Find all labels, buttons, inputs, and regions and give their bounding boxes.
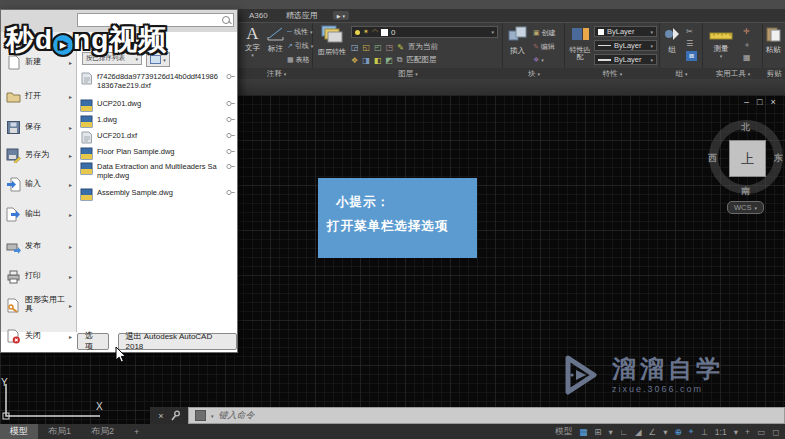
lineweight-select[interactable]: ByLayer ▾ bbox=[594, 54, 657, 65]
pin-icon[interactable] bbox=[226, 99, 236, 108]
layer-tool-icon[interactable]: ◱ bbox=[363, 43, 371, 52]
layer-tool-icon[interactable]: ◩ bbox=[385, 56, 393, 65]
linear-button[interactable]: ─ 线性 ▾ bbox=[287, 27, 313, 37]
layer-tool-icon[interactable]: ◰ bbox=[374, 43, 382, 52]
create-block-button[interactable]: ▣ 创建 bbox=[533, 28, 556, 38]
close-icon[interactable]: × bbox=[158, 411, 163, 421]
osnap-toggle-icon[interactable]: ⊕ bbox=[675, 427, 682, 437]
tab-model[interactable]: 模型 bbox=[0, 424, 38, 439]
text-tool-button[interactable]: A 文字 ▾ bbox=[245, 24, 260, 58]
viewcube-top-face[interactable]: 上 bbox=[729, 140, 766, 177]
layer-properties-button[interactable]: 图层特性 bbox=[317, 25, 347, 55]
edit-block-button[interactable]: ✎ 编辑 bbox=[533, 42, 556, 52]
dimension-tool-button[interactable]: 标注 bbox=[267, 26, 284, 53]
menu-item-save[interactable]: 保存▸ bbox=[1, 113, 75, 141]
command-input[interactable]: ▾ 键入命令 bbox=[188, 407, 785, 424]
pin-icon[interactable] bbox=[226, 188, 236, 197]
customize-wrench-icon[interactable] bbox=[170, 410, 180, 421]
viewcube-north[interactable]: 北 bbox=[741, 121, 750, 134]
add-layout-button[interactable]: + bbox=[124, 424, 149, 439]
viewcube-west[interactable]: 西 bbox=[708, 152, 717, 165]
panel-label-annotate[interactable]: 注释 ▾ bbox=[240, 69, 313, 79]
panel-label-block[interactable]: 块 ▾ bbox=[503, 69, 565, 79]
lineweight-toggle-icon[interactable]: ⊥ bbox=[700, 427, 707, 437]
tab-layout2[interactable]: 布局2 bbox=[81, 424, 124, 439]
group-toggle-icon[interactable]: ⧈ bbox=[686, 51, 697, 61]
measure-button[interactable]: 测量 ▾ bbox=[709, 27, 733, 59]
panel-label-layers[interactable]: 图层 ▾ bbox=[313, 69, 503, 79]
restore-icon[interactable]: □ bbox=[757, 97, 762, 107]
menu-item-open[interactable]: 打开▸ bbox=[1, 82, 75, 110]
group-edit-icon[interactable]: ☰ bbox=[686, 39, 697, 48]
workspace-icon[interactable]: + bbox=[745, 427, 750, 437]
layer-tool-icon[interactable]: ◧ bbox=[374, 56, 382, 65]
viewcube-east[interactable]: 东 bbox=[774, 152, 783, 165]
recent-file-row[interactable]: UCF201.dxf bbox=[80, 131, 236, 144]
wcs-dropdown[interactable]: WCS ▾ bbox=[727, 201, 764, 214]
minimize-icon[interactable]: – bbox=[744, 97, 749, 107]
chevron-down-icon[interactable]: ▾ bbox=[608, 427, 612, 437]
id-point-icon[interactable]: ＋ bbox=[743, 39, 751, 50]
panel-label-utilities[interactable]: 实用工具 ▾ bbox=[703, 69, 763, 79]
paste-button[interactable]: 粘贴 bbox=[765, 26, 781, 54]
options-button[interactable]: 选项 bbox=[77, 333, 109, 350]
recent-file-row[interactable]: 1.dwg bbox=[80, 115, 236, 128]
recent-file-row[interactable]: f7426d8da97739126d14b0ddf4198618367ae219… bbox=[80, 72, 236, 90]
video-button[interactable]: ▶ ▾ bbox=[333, 11, 349, 20]
isodraft-icon[interactable]: ∠ bbox=[649, 427, 657, 437]
fullscreen-icon[interactable]: ◻ bbox=[772, 427, 779, 437]
color-select[interactable]: ByLayer ▾ bbox=[594, 26, 657, 37]
tab-featured-apps[interactable]: 精选应用 bbox=[277, 10, 327, 21]
chevron-down-icon[interactable]: ▾ bbox=[663, 427, 667, 437]
polar-toggle-icon[interactable]: ◢ bbox=[635, 427, 642, 437]
tab-a360[interactable]: A360 bbox=[240, 11, 277, 20]
tab-layout1[interactable]: 布局1 bbox=[38, 424, 81, 439]
pin-icon[interactable] bbox=[226, 115, 236, 124]
grid-toggle-icon[interactable]: ▦ bbox=[579, 427, 587, 437]
ortho-toggle-icon[interactable]: ∟ bbox=[620, 427, 628, 437]
quick-select-icon[interactable]: ✛ bbox=[743, 27, 751, 36]
leader-button[interactable]: ↗ 引线 ▾ bbox=[287, 41, 313, 51]
pin-icon[interactable] bbox=[226, 72, 236, 81]
isolate-icon[interactable]: ▭ bbox=[757, 427, 765, 437]
layer-tool-icon[interactable]: ◨ bbox=[362, 56, 370, 65]
match-properties-button[interactable]: 特性匹配 bbox=[567, 26, 593, 61]
block-more-icon[interactable]: ❖ ▾ bbox=[533, 56, 556, 64]
table-button[interactable]: ▦ 表格 bbox=[287, 55, 313, 65]
layer-select[interactable]: ✶ ◠ 0 ▾ bbox=[351, 26, 498, 38]
menu-item-publish[interactable]: 发布▸ bbox=[1, 232, 75, 260]
panel-label-group[interactable]: 组 ▾ bbox=[660, 69, 703, 79]
menu-item-import[interactable]: 输入▸ bbox=[1, 170, 75, 198]
menu-item-print[interactable]: 打印▸ bbox=[1, 262, 75, 290]
menu-item-drawing-utilities[interactable]: 图形实用工具▸ bbox=[1, 290, 75, 320]
panel-label-properties[interactable]: 特性 ▾ bbox=[565, 69, 660, 79]
calculator-icon[interactable]: ▦ bbox=[743, 53, 751, 62]
model-space-toggle[interactable]: 模型 bbox=[555, 426, 572, 438]
match-layer-button[interactable]: 匹配图层 bbox=[407, 55, 437, 65]
make-current-button[interactable]: 置为当前 bbox=[408, 42, 438, 52]
annotation-scale[interactable]: 1:1 bbox=[715, 427, 727, 437]
recent-file-row[interactable]: UCP201.dwg bbox=[80, 99, 236, 112]
linetype-select[interactable]: ByLayer ▾ bbox=[594, 40, 657, 51]
layer-tool-icon[interactable]: ◳ bbox=[386, 43, 394, 52]
layer-tool-icon[interactable]: ◲ bbox=[351, 43, 359, 52]
tracking-toggle-icon[interactable]: ⌖ bbox=[689, 426, 694, 437]
insert-button[interactable]: 插入 bbox=[507, 25, 528, 55]
menu-item-export[interactable]: 输出▸ bbox=[1, 200, 75, 228]
layer-tool-icon[interactable]: ❖ bbox=[351, 56, 358, 65]
pin-icon[interactable] bbox=[226, 147, 236, 156]
chevron-down-icon[interactable]: ▾ bbox=[734, 427, 738, 437]
close-icon[interactable]: × bbox=[770, 97, 775, 107]
pin-icon[interactable] bbox=[226, 131, 236, 140]
command-options-icon[interactable] bbox=[195, 410, 206, 421]
menu-item-save-as[interactable]: 另存为▸ bbox=[1, 141, 75, 169]
exit-button[interactable]: 退出 Autodesk AutoCAD 2018 bbox=[118, 333, 237, 350]
menu-item-close[interactable]: 关闭▸ bbox=[1, 322, 75, 350]
viewcube-south[interactable]: 南 bbox=[741, 185, 750, 198]
recent-file-row[interactable]: Data Extraction and Multileaders Sample.… bbox=[80, 162, 236, 180]
recent-file-row[interactable]: Assembly Sample.dwg bbox=[80, 188, 236, 201]
group-button[interactable]: 组 bbox=[663, 26, 681, 54]
snap-toggle-icon[interactable]: ⊞ bbox=[594, 427, 601, 437]
recent-file-row[interactable]: Floor Plan Sample.dwg bbox=[80, 147, 236, 160]
pin-icon[interactable] bbox=[226, 162, 236, 171]
